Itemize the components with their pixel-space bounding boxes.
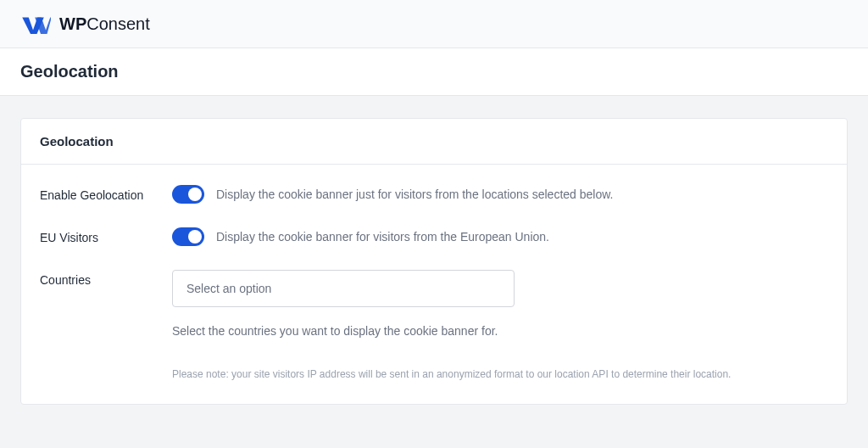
page-title: Geolocation — [20, 62, 848, 81]
countries-select[interactable]: Select an option — [172, 270, 515, 307]
countries-note-text: Please note: your site visitors IP addre… — [172, 368, 828, 380]
enable-geolocation-row: Enable Geolocation Display the cookie ba… — [40, 185, 828, 204]
content-area: Geolocation Enable Geolocation Display t… — [0, 96, 868, 427]
countries-placeholder: Select an option — [186, 282, 271, 295]
geolocation-card: Geolocation Enable Geolocation Display t… — [20, 118, 848, 405]
countries-row: Countries Select an option — [40, 270, 828, 307]
eu-visitors-toggle[interactable] — [172, 227, 204, 246]
brand-suffix: Consent — [86, 14, 150, 33]
enable-geolocation-toggle[interactable] — [172, 185, 204, 204]
wpconsent-logo-icon — [20, 12, 51, 36]
countries-helper-text: Select the countries you want to display… — [172, 324, 828, 338]
countries-control: Select an option — [172, 270, 828, 307]
card-body: Enable Geolocation Display the cookie ba… — [21, 165, 847, 404]
eu-visitors-description: Display the cookie banner for visitors f… — [216, 230, 549, 244]
enable-geolocation-description: Display the cookie banner just for visit… — [216, 188, 613, 201]
brand-name: WPConsent — [59, 14, 150, 34]
eu-visitors-control: Display the cookie banner for visitors f… — [172, 227, 828, 246]
eu-visitors-row: EU Visitors Display the cookie banner fo… — [40, 227, 828, 246]
card-header: Geolocation — [21, 119, 847, 165]
eu-visitors-label: EU Visitors — [40, 227, 172, 244]
brand-logo: WPConsent — [20, 12, 150, 36]
top-bar: WPConsent — [0, 0, 868, 48]
brand-prefix: WP — [59, 14, 86, 33]
card-title: Geolocation — [40, 134, 828, 148]
enable-geolocation-control: Display the cookie banner just for visit… — [172, 185, 828, 204]
page-header: Geolocation — [0, 48, 868, 96]
enable-geolocation-label: Enable Geolocation — [40, 185, 172, 202]
countries-label: Countries — [40, 270, 172, 287]
